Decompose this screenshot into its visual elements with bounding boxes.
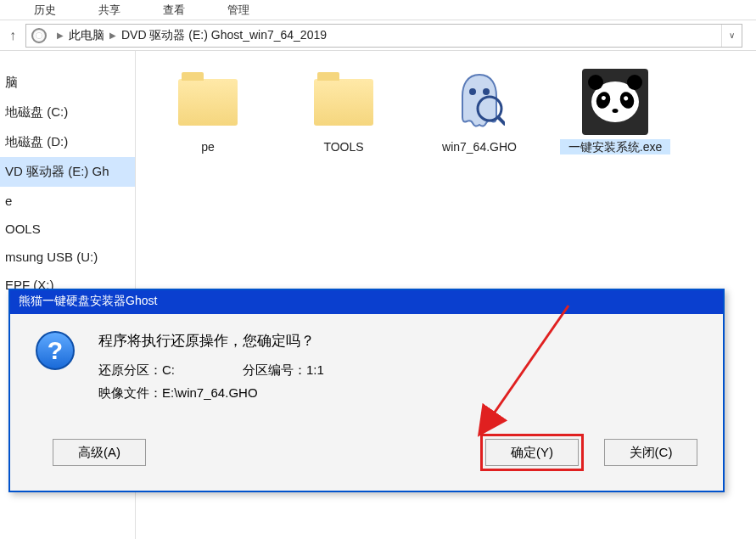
disc-icon: [31, 28, 47, 43]
file-label: win7_64.GHO: [424, 139, 535, 154]
ok-button[interactable]: 确定(Y): [485, 439, 579, 466]
ok-highlight: 确定(Y): [480, 434, 584, 471]
separator-icon: ▶: [57, 31, 64, 40]
tab-manage[interactable]: 管理: [227, 3, 249, 18]
question-icon: ?: [36, 331, 75, 370]
breadcrumb-drive[interactable]: DVD 驱动器 (E:) Ghost_win7_64_2019: [121, 28, 327, 43]
ghost-icon: [454, 70, 505, 133]
partition-info: 还原分区：C:分区编号：1:1: [98, 362, 697, 379]
sidebar-item-disk-d[interactable]: 地磁盘 (D:): [0, 127, 135, 157]
tab-view[interactable]: 查看: [163, 3, 185, 18]
image-file-info: 映像文件：E:\win7_64.GHO: [98, 385, 697, 401]
separator-icon: ▶: [109, 31, 116, 40]
breadcrumb-this-pc[interactable]: 此电脑: [69, 28, 104, 43]
sidebar-item-disk-c[interactable]: 地磁盘 (C:): [0, 98, 135, 127]
file-installer-exe[interactable]: 一键安装系统.exe: [560, 68, 670, 154]
file-label: pe: [153, 139, 263, 154]
sidebar-item-pe[interactable]: e: [0, 187, 135, 215]
file-label: TOOLS: [288, 139, 399, 154]
close-button[interactable]: 关闭(C): [604, 439, 697, 466]
dialog-button-row: 高级(A) 确定(Y) 关闭(C): [10, 425, 723, 480]
breadcrumb-box[interactable]: ▶ 此电脑 ▶ DVD 驱动器 (E:) Ghost_win7_64_2019 …: [25, 24, 742, 48]
sidebar-item-computer[interactable]: 脑: [0, 68, 135, 98]
dialog-message-area: 程序将执行还原操作，您确定吗？ 还原分区：C:分区编号：1:1 映像文件：E:\…: [98, 331, 697, 408]
svg-point-1: [483, 88, 490, 95]
sidebar-item-usb-u[interactable]: msung USB (U:): [0, 243, 135, 271]
ribbon-tabs: 历史 共享 查看 管理: [0, 0, 756, 20]
ghost-install-dialog: 熊猫一键硬盘安装器Ghost ? 程序将执行还原操作，您确定吗？ 还原分区：C:…: [8, 289, 725, 492]
dialog-message: 程序将执行还原操作，您确定吗？: [98, 331, 697, 351]
file-win7-gho[interactable]: win7_64.GHO: [424, 68, 535, 154]
file-label: 一键安装系统.exe: [560, 139, 670, 154]
advanced-button[interactable]: 高级(A): [53, 439, 146, 466]
panda-icon: [582, 69, 648, 135]
folder-icon: [178, 79, 238, 126]
dialog-title: 熊猫一键硬盘安装器Ghost: [10, 290, 723, 314]
address-bar: ↑ ▶ 此电脑 ▶ DVD 驱动器 (E:) Ghost_win7_64_201…: [0, 20, 756, 51]
dropdown-icon[interactable]: ∨: [721, 25, 742, 47]
folder-pe[interactable]: pe: [153, 68, 263, 154]
sidebar-item-dvd-e[interactable]: VD 驱动器 (E:) Gh: [0, 157, 135, 187]
svg-point-0: [469, 88, 476, 95]
tab-history[interactable]: 历史: [34, 3, 56, 18]
svg-line-3: [498, 117, 505, 124]
nav-up-button[interactable]: ↑: [0, 24, 25, 48]
folder-icon: [314, 79, 373, 126]
folder-tools[interactable]: TOOLS: [288, 68, 399, 154]
tab-share[interactable]: 共享: [98, 3, 120, 18]
sidebar-item-tools[interactable]: OOLS: [0, 215, 135, 243]
